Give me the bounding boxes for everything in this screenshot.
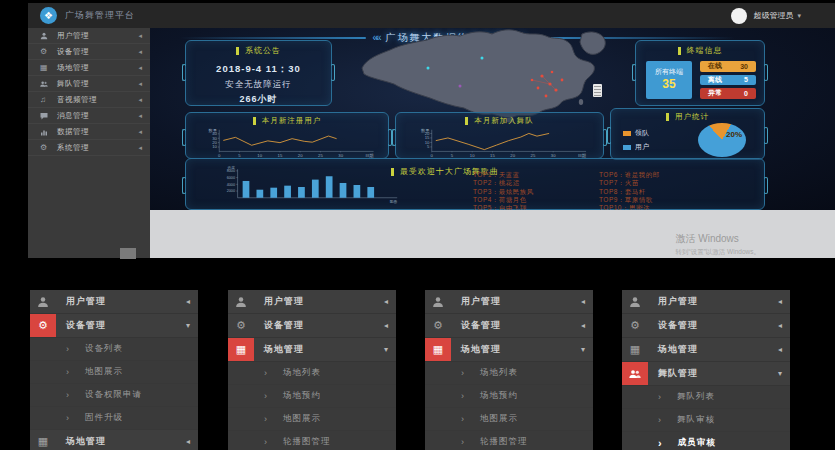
sidebar-item-label: 用户管理 — [57, 31, 138, 41]
svg-text:热度: 热度 — [227, 165, 236, 170]
user-icon — [622, 290, 648, 313]
announcement-datetime: 2018-9-4 11：30 — [186, 63, 331, 76]
menu-item-用户管理[interactable]: 用户管理◂ — [228, 290, 396, 314]
caret-left-icon: ◂ — [138, 144, 142, 152]
menu-item-设备管理[interactable]: ⚙设备管理◂ — [622, 314, 790, 338]
sidebar-item-6[interactable]: 数据管理◂ — [28, 124, 150, 140]
submenu-item-label: 轮播图管理 — [480, 436, 528, 448]
submenu-item-设备列表[interactable]: ›设备列表 — [30, 338, 198, 361]
menu-item-场地管理[interactable]: ▦场地管理◂ — [622, 338, 790, 362]
svg-text:4000: 4000 — [227, 183, 235, 187]
new-teams-chart-title: 本月新加入舞队 — [396, 116, 603, 126]
user-icon — [40, 32, 53, 40]
top-song-item: TOP8：套马杆 — [599, 189, 660, 196]
sidebar-item-3[interactable]: 舞队管理◂ — [28, 76, 150, 92]
caret-left-icon: ◂ — [581, 297, 585, 306]
svg-text:10: 10 — [425, 140, 430, 145]
menu-item-label: 用户管理 — [461, 295, 581, 308]
svg-text:20: 20 — [298, 153, 303, 158]
submenu-item-舞队列表[interactable]: ›舞队列表 — [622, 386, 790, 409]
terminal-stat-value: 5 — [744, 76, 748, 83]
device-icon: ⚙ — [425, 314, 451, 337]
new-teams-line-chart: 5101520051015202530数量日期 — [401, 126, 598, 158]
songs-bar-chart: 2000400060008000热度歌曲 — [194, 165, 424, 207]
submenu-arrow-icon: › — [658, 415, 661, 425]
menu-item-场地管理[interactable]: ▦场地管理▾ — [425, 338, 593, 362]
caret-left-icon: ◂ — [778, 345, 782, 354]
user-icon — [30, 290, 56, 313]
device-icon: ⚙ — [622, 314, 648, 337]
sidebar-item-label: 场地管理 — [57, 63, 138, 73]
submenu-item-label: 舞队列表 — [677, 391, 715, 403]
caret-left-icon: ◂ — [138, 48, 142, 56]
submenu-item-地图展示[interactable]: ›地图展示 — [30, 361, 198, 384]
caret-left-icon: ◂ — [384, 297, 388, 306]
sidebar-item-2[interactable]: ▦场地管理◂ — [28, 60, 150, 76]
menu-item-label: 设备管理 — [461, 319, 581, 332]
submenu-arrow-icon: › — [264, 414, 267, 424]
svg-text:10: 10 — [212, 144, 217, 149]
submenu-item-地图展示[interactable]: ›地图展示 — [228, 408, 396, 431]
submenu-item-设备权限申请[interactable]: ›设备权限申请 — [30, 384, 198, 407]
main-content: «« 广场舞大数据终端管理中心 »» — [150, 28, 835, 258]
venue-icon: ▦ — [425, 338, 451, 361]
svg-text:6000: 6000 — [227, 176, 235, 180]
submenu-item-成员审核[interactable]: ›成员审核 — [622, 432, 790, 450]
sidebar-item-1[interactable]: ⚙设备管理◂ — [28, 44, 150, 60]
caret-left-icon: ◂ — [186, 297, 190, 306]
menu-item-label: 舞队管理 — [658, 367, 778, 380]
submenu-item-舞队审核[interactable]: ›舞队审核 — [622, 409, 790, 432]
sidebar-item-5[interactable]: 消息管理◂ — [28, 108, 150, 124]
menu-item-label: 用户管理 — [66, 295, 186, 308]
user-name: 超级管理员 — [753, 10, 793, 21]
announcement-title: 系统公告 — [186, 45, 331, 56]
sidebar-item-0[interactable]: 用户管理◂ — [28, 28, 150, 44]
menu-item-用户管理[interactable]: 用户管理◂ — [425, 290, 593, 314]
sidebar-item-label: 设备管理 — [57, 47, 138, 57]
message-icon — [40, 112, 53, 120]
sidebar-item-label: 消息管理 — [57, 111, 138, 121]
menu-item-设备管理[interactable]: ⚙设备管理▾ — [30, 314, 198, 338]
menu-panel-1: 用户管理◂⚙设备管理▾›设备列表›地图展示›设备权限申请›固件升级▦场地管理◂ — [30, 290, 198, 450]
submenu-item-轮播图管理[interactable]: ›轮播图管理 — [425, 431, 593, 450]
device-icon: ⚙ — [30, 314, 56, 337]
big-screen-dashboard: «« 广场舞大数据终端管理中心 »» — [150, 28, 835, 210]
menu-item-设备管理[interactable]: ⚙设备管理◂ — [228, 314, 396, 338]
sidebar-item-7[interactable]: ⚙系统管理◂ — [28, 140, 150, 156]
scrollbar-thumb[interactable] — [120, 248, 136, 259]
menu-item-场地管理[interactable]: ▦场地管理▾ — [228, 338, 396, 362]
submenu-item-场地预约[interactable]: ›场地预约 — [228, 385, 396, 408]
submenu-item-地图展示[interactable]: ›地图展示 — [425, 408, 593, 431]
menu-item-label: 场地管理 — [461, 343, 581, 356]
menu-item-label: 用户管理 — [264, 295, 384, 308]
submenu-item-固件升级[interactable]: ›固件升级 — [30, 407, 198, 430]
all-terminals-label: 所有终端 — [655, 68, 683, 77]
device-icon: ⚙ — [228, 314, 254, 337]
submenu-item-场地列表[interactable]: ›场地列表 — [228, 362, 396, 385]
team-icon — [622, 362, 648, 385]
user-menu[interactable]: 超级管理员 ▾ — [731, 8, 801, 24]
menu-item-场地管理[interactable]: ▦场地管理◂ — [30, 430, 198, 450]
submenu-item-场地列表[interactable]: ›场地列表 — [425, 362, 593, 385]
legend-item-领队: 领队 — [623, 128, 649, 138]
submenu-item-label: 地图展示 — [283, 413, 321, 425]
submenu-item-轮播图管理[interactable]: ›轮播图管理 — [228, 431, 396, 450]
sidebar-item-4[interactable]: ♫音视频管理◂ — [28, 92, 150, 108]
caret-left-icon: ◂ — [384, 321, 388, 330]
submenu-arrow-icon: › — [264, 437, 267, 447]
menu-item-设备管理[interactable]: ⚙设备管理◂ — [425, 314, 593, 338]
menu-item-舞队管理[interactable]: 舞队管理▾ — [622, 362, 790, 386]
svg-text:10: 10 — [470, 153, 475, 158]
new-users-chart-panel: 本月新注册用户 10203040051015202530数量日期 — [185, 112, 389, 159]
menu-item-用户管理[interactable]: 用户管理◂ — [622, 290, 790, 314]
terminal-stat-value: 30 — [740, 63, 748, 70]
submenu-item-label: 轮播图管理 — [283, 436, 331, 448]
top-song-item: TOP9：草原情歌 — [599, 197, 660, 204]
submenu-item-场地预约[interactable]: ›场地预约 — [425, 385, 593, 408]
menu-item-label: 场地管理 — [658, 343, 778, 356]
avatar[interactable] — [731, 8, 747, 24]
top-song-item: TOP3：最炫民族风 — [473, 189, 534, 196]
menu-item-用户管理[interactable]: 用户管理◂ — [30, 290, 198, 314]
menu-item-label: 场地管理 — [264, 343, 384, 356]
submenu-arrow-icon: › — [461, 414, 464, 424]
